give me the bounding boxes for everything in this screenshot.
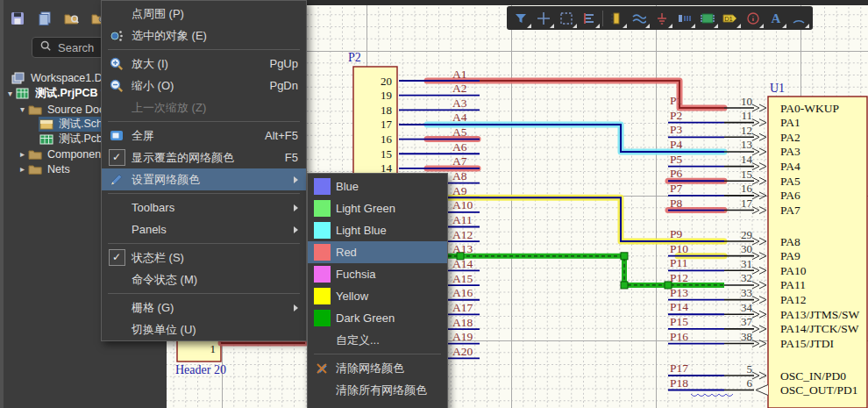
- net-label[interactable]: A19: [452, 330, 473, 343]
- submenu-item-light-blue[interactable]: Light Blue: [308, 219, 447, 241]
- filter-icon[interactable]: [509, 7, 532, 29]
- p2-pin-number: 19: [381, 89, 392, 102]
- component-icon[interactable]: [605, 7, 628, 29]
- expander-open-icon[interactable]: ▾: [5, 89, 15, 98]
- pcb-chip-icon[interactable]: [696, 7, 719, 29]
- menu-item-set-net-colors[interactable]: 设置网络颜色: [102, 168, 306, 190]
- expander-closed-icon[interactable]: ▸: [18, 149, 27, 159]
- ground-icon[interactable]: [651, 7, 673, 29]
- pin-name: PA10: [780, 264, 807, 277]
- active-bar-toolbar: D1 A: [507, 6, 813, 30]
- submenu-item-clear-all-net-colors[interactable]: 清除所有网络颜色: [308, 379, 447, 401]
- net-label[interactable]: P9: [670, 227, 683, 240]
- submenu-item-custom[interactable]: 自定义...: [308, 329, 447, 351]
- tree-item-label: Component: [45, 148, 107, 161]
- info-icon[interactable]: [742, 7, 765, 29]
- designator-p2[interactable]: P2: [348, 51, 361, 64]
- designator-tag-icon[interactable]: D1: [719, 7, 742, 29]
- crosshair-icon[interactable]: [532, 7, 555, 29]
- expander-open-icon[interactable]: ▾: [18, 104, 27, 114]
- net-label[interactable]: P5: [670, 153, 683, 166]
- wires-icon[interactable]: [628, 7, 651, 29]
- selection-rect-icon[interactable]: [555, 7, 578, 29]
- zoom-in-icon: [102, 56, 132, 72]
- menu-item-grids[interactable]: 栅格 (G): [102, 297, 306, 319]
- net-label[interactable]: P4: [670, 138, 683, 151]
- net-label[interactable]: A12: [452, 228, 473, 241]
- net-label[interactable]: P18: [670, 376, 688, 390]
- net-label[interactable]: P14: [670, 300, 688, 313]
- menu-item-command-status[interactable]: 命令状态 (M): [102, 268, 306, 290]
- align-icon[interactable]: [578, 7, 601, 29]
- pencil-icon: [102, 172, 132, 188]
- net-label[interactable]: P12: [670, 271, 688, 284]
- designator-u1[interactable]: U1: [770, 82, 785, 95]
- search-placeholder: Search: [58, 41, 94, 54]
- p2-pin-number: 18: [381, 104, 392, 117]
- net-label[interactable]: A5: [452, 125, 467, 139]
- net-label[interactable]: A16: [452, 286, 473, 299]
- net-label[interactable]: P6: [670, 167, 683, 180]
- expander-closed-icon[interactable]: ▸: [18, 164, 27, 174]
- net-label[interactable]: A8: [452, 169, 467, 183]
- net-label[interactable]: A18: [452, 316, 473, 329]
- net-label[interactable]: A20: [452, 345, 473, 358]
- net-label[interactable]: A3: [452, 97, 467, 110]
- menu-item-zoom-in[interactable]: 放大 (I)PgUp: [102, 53, 306, 75]
- menu-item-toolbars[interactable]: Toolbars: [102, 197, 306, 218]
- selection-handle[interactable]: [621, 282, 628, 289]
- folder-search-icon[interactable]: [63, 10, 81, 27]
- submenu-item-fuchsia[interactable]: Fuchsia: [308, 263, 447, 285]
- net-label[interactable]: P13: [670, 286, 688, 299]
- pin-number: 37: [741, 315, 753, 328]
- pin-name: PA9: [780, 249, 800, 262]
- net-label[interactable]: A17: [452, 301, 473, 314]
- net-label[interactable]: P2: [670, 109, 682, 122]
- arc-icon[interactable]: [787, 7, 810, 29]
- net-label[interactable]: A2: [452, 82, 467, 95]
- pin-number: 32: [741, 271, 752, 284]
- net-label[interactable]: A11: [452, 213, 473, 226]
- net-label[interactable]: A4: [452, 111, 467, 124]
- submenu-item-light-green[interactable]: Light Green: [308, 197, 447, 219]
- submenu-item-dark-green[interactable]: Dark Green: [308, 307, 447, 329]
- net-label[interactable]: A14: [452, 257, 473, 270]
- copy-documents-icon[interactable]: [36, 10, 53, 27]
- net-label[interactable]: A7: [452, 154, 467, 168]
- menu-item-fullscreen[interactable]: 全屏Alt+F5: [102, 125, 306, 147]
- net-label[interactable]: P8: [670, 197, 683, 210]
- net-label[interactable]: P16: [670, 330, 688, 343]
- header20-label[interactable]: Header 20: [175, 363, 226, 376]
- submenu-item-yellow[interactable]: Yellow: [308, 285, 447, 307]
- menu-item-point-around[interactable]: 点周围 (P): [102, 3, 306, 25]
- net-label[interactable]: A6: [452, 140, 467, 154]
- menu-item-previous-zoom[interactable]: 上一次缩放 (Z): [102, 97, 306, 118]
- tree-item-label: Nets: [45, 163, 73, 175]
- submenu-item-red[interactable]: Red: [308, 241, 447, 263]
- selection-handle[interactable]: [621, 253, 628, 260]
- net-label[interactable]: A15: [452, 272, 473, 285]
- net-label[interactable]: P1: [670, 94, 682, 107]
- pin-name: PA2: [780, 131, 800, 144]
- net-label[interactable]: P10: [670, 242, 688, 255]
- menu-item-status-bar[interactable]: ✓ 状态栏 (S): [102, 247, 306, 268]
- net-label[interactable]: P15: [670, 315, 688, 328]
- menu-item-show-net-colors[interactable]: ✓ 显示覆盖的网络颜色F5: [102, 147, 306, 168]
- net-label[interactable]: P3: [670, 123, 683, 136]
- menu-item-zoom-out[interactable]: 缩小 (O)PgDn: [102, 75, 306, 97]
- net-label[interactable]: P11: [670, 256, 688, 269]
- submenu-item-clear-net-color[interactable]: 清除网络颜色: [308, 357, 447, 379]
- net-label[interactable]: A1: [452, 68, 467, 81]
- port-icon[interactable]: [673, 7, 696, 29]
- net-label[interactable]: A13: [452, 242, 473, 255]
- text-icon[interactable]: A: [765, 7, 787, 29]
- net-label[interactable]: A10: [452, 198, 473, 211]
- menu-item-panels[interactable]: Panels: [102, 218, 306, 240]
- menu-item-selected-objects[interactable]: 选中的对象 (E): [102, 25, 306, 47]
- net-label[interactable]: P7: [670, 182, 683, 195]
- submenu-item-blue[interactable]: Blue: [308, 175, 447, 197]
- save-icon[interactable]: [9, 10, 26, 27]
- net-label[interactable]: P17: [670, 361, 688, 375]
- menu-item-toggle-units[interactable]: 切换单位 (U): [102, 319, 306, 340]
- net-label[interactable]: A9: [452, 184, 467, 197]
